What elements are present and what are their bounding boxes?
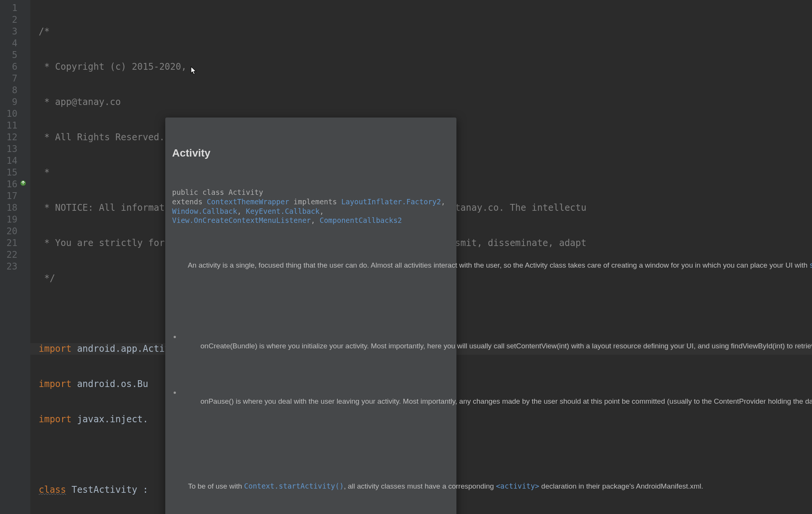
line-number: 5 [0, 49, 30, 61]
keyword-import: import [39, 379, 72, 389]
comment-text: */ [39, 273, 55, 284]
code-line[interactable]: * app@tanay.co [30, 96, 812, 108]
type-link[interactable]: LayoutInflater.Factory2 [341, 197, 441, 206]
comment-text: * All Rights Reserved. [39, 132, 165, 143]
line-number: 13 [0, 143, 30, 155]
doc-title: Activity [172, 146, 450, 160]
line-number: 3 [0, 26, 30, 38]
line-number: 7 [0, 73, 30, 85]
symbol-link[interactable]: Context.startActivity() [244, 482, 344, 490]
keyword-class: class [39, 484, 66, 495]
line-number: 11 [0, 120, 30, 132]
line-number: 22 [0, 249, 30, 261]
line-number: 10 [0, 108, 30, 120]
symbol-link[interactable]: <activity> [496, 482, 539, 490]
line-number: 15 [0, 167, 30, 179]
override-gutter-icon[interactable] [20, 180, 27, 187]
type-link[interactable]: View.OnCreateContextMenuListener [172, 216, 311, 224]
line-number: 6 [0, 61, 30, 73]
code-line[interactable]: /* [30, 26, 812, 38]
symbol-link[interactable]: onCreate(Bundle) [201, 342, 257, 350]
type-link[interactable]: KeyEvent.Callback [246, 207, 319, 215]
symbol-link[interactable]: onPause() [201, 397, 234, 405]
type-link[interactable]: Window.Callback [172, 207, 237, 215]
line-number: 12 [0, 132, 30, 143]
import-path: android.os.Bu [72, 379, 148, 389]
comment-text: * [39, 167, 50, 178]
line-number: 17 [0, 190, 30, 202]
line-number: 21 [0, 237, 30, 249]
quick-documentation-popup[interactable]: Activity public class Activity extends C… [165, 118, 456, 514]
comment-text: * Copyright (c) 2015-2020, [39, 61, 187, 72]
doc-list-item: onPause() is where you deal with the use… [180, 388, 450, 416]
line-number: 14 [0, 155, 30, 167]
type-link[interactable]: ContextThemeWrapper [207, 197, 289, 206]
class-name: TestActivity : [66, 484, 148, 495]
code-line[interactable]: * Copyright (c) 2015-2020, [30, 61, 812, 73]
line-number: 4 [0, 38, 30, 49]
symbol-link[interactable]: ContentProvider [714, 397, 766, 405]
type-link[interactable]: ComponentCallbacks2 [320, 216, 402, 224]
line-number: 18 [0, 202, 30, 214]
code-area[interactable]: /* * Copyright (c) 2015-2020, * app@tana… [30, 0, 812, 514]
doc-paragraph: An activity is a single, focused thing t… [172, 251, 450, 279]
line-number: 19 [0, 214, 30, 226]
line-number: 8 [0, 85, 30, 96]
keyword-import: import [39, 414, 72, 425]
import-path: javax.inject. [72, 414, 148, 425]
line-number: 2 [0, 14, 30, 26]
line-number: 1 [0, 2, 30, 14]
symbol-link[interactable]: setContentView(int) [506, 342, 569, 350]
comment-text: /* [39, 26, 50, 37]
doc-list: onCreate(Bundle) is where you initialize… [172, 309, 450, 443]
comment-text: * app@tanay.co [39, 97, 121, 107]
keyword-import: import [39, 343, 72, 354]
line-number: 23 [0, 261, 30, 273]
code-editor[interactable]: 1 2 3 4 5 6 7 8 9 10 11 12 13 14 15 16 1… [0, 0, 812, 514]
symbol-link[interactable]: setContentView(View) [809, 261, 812, 269]
line-number: 9 [0, 96, 30, 108]
doc-signature: public class Activity extends ContextThe… [172, 188, 450, 225]
doc-list-item: onCreate(Bundle) is where you initialize… [180, 332, 450, 360]
symbol-link[interactable]: findViewById(int) [731, 342, 785, 350]
doc-paragraph: To be of use with Context.startActivity(… [172, 472, 450, 500]
line-number-gutter: 1 2 3 4 5 6 7 8 9 10 11 12 13 14 15 16 1… [0, 0, 30, 514]
line-number: 20 [0, 226, 30, 237]
